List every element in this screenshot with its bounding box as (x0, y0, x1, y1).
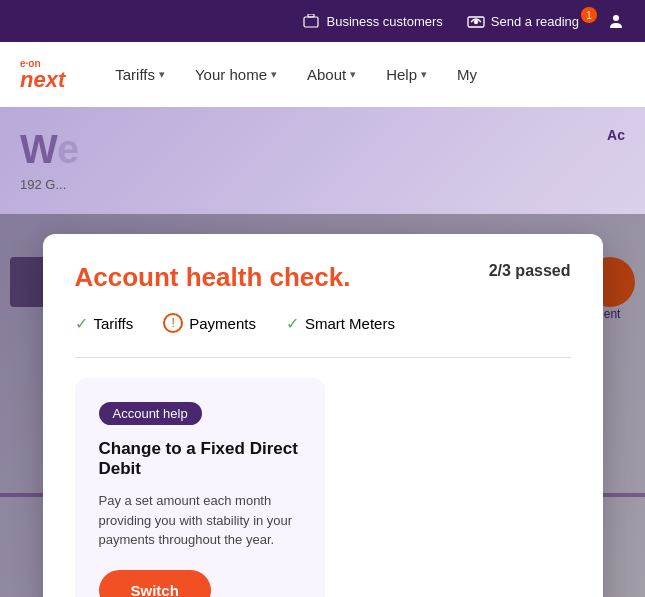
payments-warning-icon: ! (163, 313, 183, 333)
notification-badge: 1 (581, 7, 597, 23)
help-label: Help (386, 66, 417, 83)
card-tag: Account help (99, 402, 202, 425)
your-home-nav[interactable]: Your home ▾ (195, 66, 277, 83)
modal-header: Account health check. 2/3 passed (75, 262, 571, 293)
meter-icon (467, 12, 485, 30)
background-content: We 192 G... Ac t paym payment ment is s … (0, 107, 645, 597)
about-chevron-icon: ▾ (350, 68, 356, 81)
modal-overlay: Account health check. 2/3 passed ✓ Tarif… (0, 214, 645, 597)
checks-row: ✓ Tariffs ! Payments ✓ Smart Meters (75, 313, 571, 333)
help-nav[interactable]: Help ▾ (386, 66, 427, 83)
svg-point-4 (613, 15, 619, 21)
my-nav[interactable]: My (457, 66, 477, 83)
account-help-card: Account help Change to a Fixed Direct De… (75, 378, 325, 597)
briefcase-icon (302, 12, 320, 30)
logo[interactable]: e·on next (20, 58, 65, 91)
passed-badge: 2/3 passed (489, 262, 571, 280)
modal-divider (75, 357, 571, 358)
health-check-modal: Account health check. 2/3 passed ✓ Tarif… (43, 234, 603, 597)
card-title: Change to a Fixed Direct Debit (99, 439, 301, 479)
tariffs-nav[interactable]: Tariffs ▾ (115, 66, 165, 83)
modal-title: Account health check. (75, 262, 351, 293)
top-bar: Business customers Send a reading 1 (0, 0, 645, 42)
tariffs-check-label: Tariffs (94, 315, 134, 332)
help-chevron-icon: ▾ (421, 68, 427, 81)
payments-check: ! Payments (163, 313, 256, 333)
switch-button[interactable]: Switch (99, 570, 211, 598)
card-description: Pay a set amount each month providing yo… (99, 491, 301, 550)
address-text: 192 G... (20, 177, 625, 192)
business-customers-link[interactable]: Business customers (302, 12, 442, 30)
account-label: Ac (607, 127, 625, 143)
smart-meters-check-label: Smart Meters (305, 315, 395, 332)
person-icon (607, 12, 625, 30)
tariffs-check: ✓ Tariffs (75, 314, 134, 333)
tariffs-label: Tariffs (115, 66, 155, 83)
payments-check-label: Payments (189, 315, 256, 332)
welcome-text: We (20, 127, 625, 172)
send-reading-link[interactable]: Send a reading 1 (467, 12, 625, 30)
nav-bar: e·on next Tariffs ▾ Your home ▾ About ▾ … (0, 42, 645, 107)
tariffs-check-icon: ✓ (75, 314, 88, 333)
send-reading-label: Send a reading (491, 14, 579, 29)
about-label: About (307, 66, 346, 83)
tariffs-chevron-icon: ▾ (159, 68, 165, 81)
about-nav[interactable]: About ▾ (307, 66, 356, 83)
smart-meters-check: ✓ Smart Meters (286, 314, 395, 333)
your-home-chevron-icon: ▾ (271, 68, 277, 81)
svg-point-3 (474, 21, 477, 24)
logo-next: next (20, 69, 65, 91)
svg-rect-1 (304, 17, 318, 27)
your-home-label: Your home (195, 66, 267, 83)
business-customers-label: Business customers (326, 14, 442, 29)
smart-meters-check-icon: ✓ (286, 314, 299, 333)
